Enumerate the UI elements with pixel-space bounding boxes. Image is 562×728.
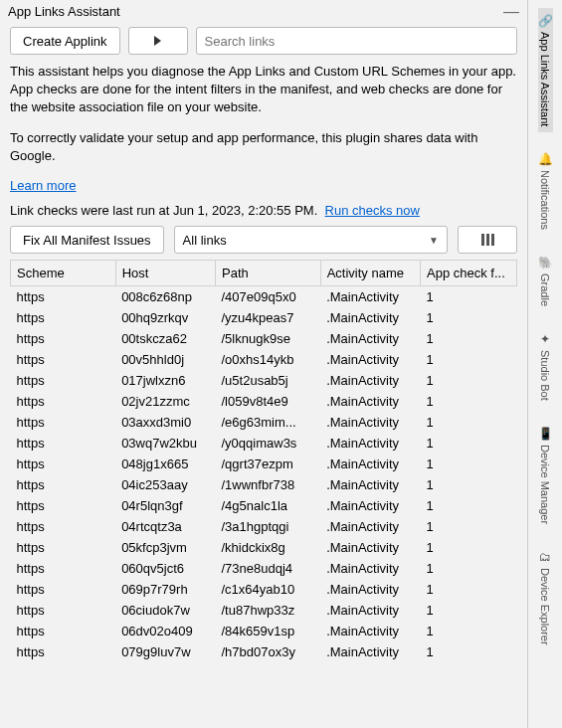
cell-host: 06dv02o409 [115,621,215,641]
gradle-icon: 🐘 [538,256,553,270]
cell-scheme: https [11,600,116,621]
cell-appcheck: 1 [421,621,517,641]
cell-scheme: https [11,621,116,641]
table-row[interactable]: https06ciudok7w/tu87hwp33z.MainActivity1 [11,600,517,621]
cell-path: /qgrt37ezpm [216,454,321,474]
play-icon [154,36,161,46]
cell-path: /o0xhs14ykb [216,349,321,370]
cell-scheme: https [11,286,116,308]
cell-scheme: https [11,412,116,433]
learn-more-link[interactable]: Learn more [10,178,76,193]
table-row[interactable]: https05kfcp3jvm/khidckix8g.MainActivity1 [11,537,517,558]
rail-item-device-explorer[interactable]: 🗂Device Explorer [539,544,551,651]
run-checks-link[interactable]: Run checks now [325,203,420,218]
rail-label: App Links Assistant [539,32,551,126]
cell-appcheck: 1 [421,516,517,537]
rail-item-notifications[interactable]: 🔔Notifications [538,146,553,236]
cell-host: 04r5lqn3gf [115,495,215,516]
cell-scheme: https [11,641,116,662]
cell-path: /407e09q5x0 [216,286,321,308]
intro-paragraph-1: This assistant helps you diagnose the Ap… [10,63,517,117]
cell-activity: .MainActivity [320,349,420,370]
cell-appcheck: 1 [421,307,517,328]
cell-activity: .MainActivity [320,433,420,454]
cell-activity: .MainActivity [320,474,420,495]
rail-item-studio-bot[interactable]: ✦Studio Bot [539,326,551,407]
cell-activity: .MainActivity [320,328,420,349]
cell-activity: .MainActivity [320,641,420,662]
rail-item-device-manager[interactable]: 📱Device Manager [538,421,553,530]
table-row[interactable]: https03axxd3mi0/e6g63mim....MainActivity… [11,412,517,433]
col-activity[interactable]: Activity name [320,261,420,286]
cell-appcheck: 1 [421,641,517,662]
table-row[interactable]: https00hq9zrkqv/yzu4kpeas7.MainActivity1 [11,307,517,328]
table-row[interactable]: https008c6z68np/407e09q5x0.MainActivity1 [11,286,517,308]
rail-item-app-links-assistant[interactable]: 🔗App Links Assistant [538,8,553,132]
links-table: Scheme Host Path Activity name App check… [10,260,517,662]
cell-host: 03axxd3mi0 [115,412,215,433]
cell-path: /khidckix8g [216,537,321,558]
columns-button[interactable] [458,226,517,254]
cell-path: /73ne8udqj4 [216,558,321,579]
cell-path: /4g5nalc1la [216,495,321,516]
cell-host: 04ic253aay [115,474,215,495]
table-row[interactable]: https060qv5jct6/73ne8udqj4.MainActivity1 [11,558,517,579]
cell-appcheck: 1 [421,391,517,412]
rail-label: Notifications [539,170,551,230]
table-row[interactable]: https06dv02o409/84k659v1sp.MainActivity1 [11,621,517,641]
cell-activity: .MainActivity [320,537,420,558]
cell-scheme: https [11,495,116,516]
cell-activity: .MainActivity [320,558,420,579]
cell-scheme: https [11,349,116,370]
table-row[interactable]: https069p7r79rh/c1x64yab10.MainActivity1 [11,579,517,600]
table-row[interactable]: https00tskcza62/5lknugk9se.MainActivity1 [11,328,517,349]
cell-scheme: https [11,474,116,495]
table-row[interactable]: https02jv21zzmc/l059v8t4e9.MainActivity1 [11,391,517,412]
cell-appcheck: 1 [421,412,517,433]
minimize-icon[interactable]: — [503,8,519,16]
cell-appcheck: 1 [421,537,517,558]
rail-item-gradle[interactable]: 🐘Gradle [538,250,553,312]
cell-appcheck: 1 [421,454,517,474]
cell-host: 00tskcza62 [115,328,215,349]
cell-activity: .MainActivity [320,370,420,391]
cell-path: /e6g63mim... [216,412,321,433]
cell-activity: .MainActivity [320,579,420,600]
cell-activity: .MainActivity [320,454,420,474]
col-path[interactable]: Path [216,261,321,286]
table-row[interactable]: https04ic253aay/1wwnfbr738.MainActivity1 [11,474,517,495]
cell-activity: .MainActivity [320,621,420,641]
col-host[interactable]: Host [115,261,215,286]
col-scheme[interactable]: Scheme [11,261,116,286]
table-row[interactable]: https04r5lqn3gf/4g5nalc1la.MainActivity1 [11,495,517,516]
filter-dropdown[interactable]: All links ▼ [174,226,448,254]
run-button[interactable] [128,27,188,55]
cell-host: 048jg1x665 [115,454,215,474]
app-links-assistant-icon: 🔗 [538,14,553,28]
cell-host: 079g9luv7w [115,641,215,662]
cell-appcheck: 1 [421,328,517,349]
cell-scheme: https [11,537,116,558]
table-row[interactable]: https048jg1x665/qgrt37ezpm.MainActivity1 [11,454,517,474]
cell-appcheck: 1 [421,286,517,308]
cell-activity: .MainActivity [320,412,420,433]
device-explorer-icon: 🗂 [539,550,551,564]
table-row[interactable]: https017jwlxzn6/u5t2usab5j.MainActivity1 [11,370,517,391]
table-row[interactable]: https079g9luv7w/h7bd07ox3y.MainActivity1 [11,641,517,662]
cell-scheme: https [11,307,116,328]
create-applink-button[interactable]: Create Applink [10,27,120,55]
status-time: Jun 1, 2023, 2:20:55 PM. [173,203,317,218]
fix-manifest-button[interactable]: Fix All Manifest Issues [10,226,164,254]
search-input[interactable] [196,27,517,55]
table-row[interactable]: https03wq7w2kbu/y0qqimaw3s.MainActivity1 [11,433,517,454]
cell-host: 008c6z68np [115,286,215,308]
col-appcheck[interactable]: App check f... [421,261,517,286]
panel-title: App Links Assistant [8,4,120,19]
cell-host: 00hq9zrkqv [115,307,215,328]
cell-path: /3a1hgptqgi [216,516,321,537]
cell-appcheck: 1 [421,495,517,516]
status-prefix: Link checks were last run at [10,203,173,218]
table-row[interactable]: https00v5hhld0j/o0xhs14ykb.MainActivity1 [11,349,517,370]
device-manager-icon: 📱 [538,427,553,441]
table-row[interactable]: https04rtcqtz3a/3a1hgptqgi.MainActivity1 [11,516,517,537]
